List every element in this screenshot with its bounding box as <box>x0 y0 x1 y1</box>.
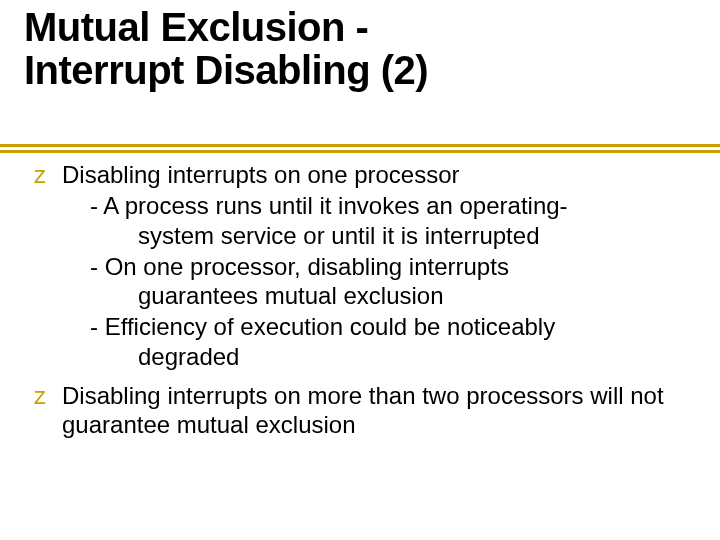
subitem-line: - On one processor, disabling interrupts <box>90 252 680 281</box>
slide: Mutual Exclusion - Interrupt Disabling (… <box>0 0 720 540</box>
list-item: z Disabling interrupts on one processor … <box>34 160 680 373</box>
item-text: Disabling interrupts on more than two pr… <box>62 382 664 438</box>
subitems: - A process runs until it invokes an ope… <box>62 191 680 371</box>
subitem-line: guarantees mutual exclusion <box>90 281 680 310</box>
title-line-1: Mutual Exclusion - <box>24 5 368 49</box>
sub-list-item: - On one processor, disabling interrupts… <box>90 252 680 311</box>
sub-list-item: - A process runs until it invokes an ope… <box>90 191 680 250</box>
subitem-line: system service or until it is interrupte… <box>90 221 680 250</box>
item-text: Disabling interrupts on one processor <box>62 161 460 188</box>
bullet-icon: z <box>34 381 62 410</box>
sub-list-item: - Efficiency of execution could be notic… <box>90 312 680 371</box>
bullet-icon: z <box>34 160 62 189</box>
accent-line <box>0 144 720 147</box>
slide-title: Mutual Exclusion - Interrupt Disabling (… <box>24 6 680 92</box>
slide-body: z Disabling interrupts on one processor … <box>34 160 680 445</box>
subitem-line: - A process runs until it invokes an ope… <box>90 191 680 220</box>
list-item-text: Disabling interrupts on more than two pr… <box>62 381 680 440</box>
subitem-line: degraded <box>90 342 680 371</box>
title-line-2: Interrupt Disabling (2) <box>24 48 428 92</box>
list-item: z Disabling interrupts on more than two … <box>34 381 680 440</box>
accent-line <box>0 150 720 153</box>
subitem-line: - Efficiency of execution could be notic… <box>90 312 680 341</box>
list-item-text: Disabling interrupts on one processor - … <box>62 160 680 373</box>
